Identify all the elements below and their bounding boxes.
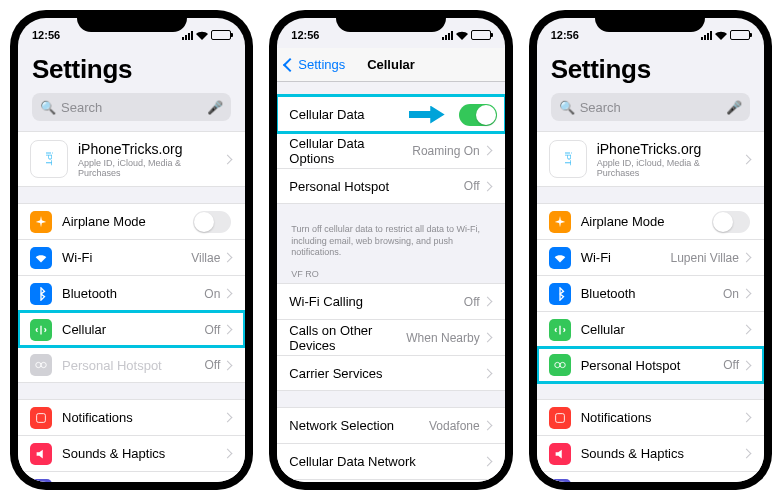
chevron-right-icon — [223, 449, 233, 459]
cellular-data-row[interactable]: Cellular Data — [277, 96, 504, 132]
airplane-row[interactable]: Airplane Mode — [18, 203, 245, 239]
cellular-row[interactable]: Cellular — [537, 311, 764, 347]
profile-sub: Apple ID, iCloud, Media & Purchases — [597, 158, 743, 178]
chevron-right-icon — [223, 289, 233, 299]
chevron-right-icon — [223, 360, 233, 370]
cellular-icon — [30, 319, 52, 341]
back-button[interactable]: Settings — [285, 57, 345, 72]
bluetooth-row[interactable]: BluetoothOn — [537, 275, 764, 311]
sounds-icon — [549, 443, 571, 465]
other-devices-row[interactable]: Calls on Other DevicesWhen Nearby — [277, 319, 504, 355]
signal-icon — [701, 31, 712, 40]
data-network-row[interactable]: Cellular Data Network — [277, 443, 504, 479]
wifi-settings-icon — [549, 247, 571, 269]
bluetooth-icon — [30, 283, 52, 305]
chevron-right-icon — [482, 146, 492, 156]
status-time: 12:56 — [551, 29, 579, 41]
wifi-row[interactable]: Wi-FiVillae — [18, 239, 245, 275]
network-selection-row[interactable]: Network SelectionVodafone — [277, 407, 504, 443]
search-input[interactable]: 🔍 Search 🎤 — [551, 93, 750, 121]
hotspot-row[interactable]: Personal HotspotOff — [537, 347, 764, 383]
phone-frame-1: 12:56 Settings 🔍 Search 🎤 iPT iPhoneTric… — [10, 10, 253, 490]
search-input[interactable]: 🔍 Search 🎤 — [32, 93, 231, 121]
search-icon: 🔍 — [559, 100, 575, 115]
status-indicators — [701, 30, 750, 40]
chevron-right-icon — [482, 368, 492, 378]
svg-point-0 — [36, 362, 41, 367]
sounds-row[interactable]: Sounds & Haptics — [537, 435, 764, 471]
screen: 12:56 Settings Cellular Cellular Data Ce… — [277, 18, 504, 482]
chevron-right-icon — [482, 457, 492, 467]
carrier-services-row[interactable]: Carrier Services — [277, 355, 504, 391]
wifi-icon — [456, 31, 468, 40]
airplane-icon — [30, 211, 52, 233]
hotspot-row[interactable]: Personal HotspotOff — [277, 168, 504, 204]
apple-id-row[interactable]: iPT iPhoneTricks.org Apple ID, iCloud, M… — [537, 131, 764, 187]
sim-pin-row[interactable]: SIM PIN — [277, 479, 504, 482]
cellular-row[interactable]: CellularOff — [18, 311, 245, 347]
chevron-right-icon — [742, 289, 752, 299]
notch — [595, 10, 705, 32]
battery-icon — [211, 30, 231, 40]
search-placeholder: Search — [61, 100, 102, 115]
status-time: 12:56 — [291, 29, 319, 41]
svg-point-1 — [41, 362, 46, 367]
nav-title: Cellular — [367, 57, 415, 72]
airplane-toggle[interactable] — [712, 211, 750, 233]
chevron-right-icon — [742, 360, 752, 370]
sounds-row[interactable]: Sounds & Haptics — [18, 435, 245, 471]
screen: 12:56 Settings 🔍 Search 🎤 iPT iPhoneTric… — [18, 18, 245, 482]
airplane-icon — [549, 211, 571, 233]
chevron-right-icon — [223, 413, 233, 423]
notifications-icon — [549, 407, 571, 429]
chevron-right-icon — [742, 449, 752, 459]
status-indicators — [182, 30, 231, 40]
notch — [336, 10, 446, 32]
svg-rect-6 — [555, 413, 564, 422]
chevron-right-icon — [482, 421, 492, 431]
notifications-row[interactable]: Notifications — [18, 399, 245, 435]
sounds-icon — [30, 443, 52, 465]
cellular-data-toggle[interactable] — [459, 104, 497, 126]
cellular-options-row[interactable]: Cellular Data OptionsRoaming On — [277, 132, 504, 168]
signal-icon — [442, 31, 453, 40]
profile-name: iPhoneTricks.org — [597, 141, 743, 157]
apple-id-row[interactable]: iPT iPhoneTricks.org Apple ID, iCloud, M… — [18, 131, 245, 187]
profile-name: iPhoneTricks.org — [78, 141, 224, 157]
chevron-left-icon — [283, 57, 297, 71]
wifi-calling-row[interactable]: Wi-Fi CallingOff — [277, 283, 504, 319]
hotspot-icon — [30, 354, 52, 376]
status-indicators — [442, 30, 491, 40]
phone-frame-3: 12:56 Settings 🔍 Search 🎤 iPT iPhoneTric… — [529, 10, 772, 490]
status-time: 12:56 — [32, 29, 60, 41]
screen: 12:56 Settings 🔍 Search 🎤 iPT iPhoneTric… — [537, 18, 764, 482]
hotspot-row: Personal HotspotOff — [18, 347, 245, 383]
airplane-toggle[interactable] — [193, 211, 231, 233]
search-placeholder: Search — [580, 100, 621, 115]
page-title: Settings — [18, 48, 245, 93]
bluetooth-icon — [549, 283, 571, 305]
svg-point-4 — [554, 362, 559, 367]
notch — [77, 10, 187, 32]
search-icon: 🔍 — [40, 100, 56, 115]
dnd-icon — [549, 479, 571, 483]
svg-rect-2 — [37, 413, 46, 422]
bluetooth-row[interactable]: BluetoothOn — [18, 275, 245, 311]
chevron-right-icon — [482, 181, 492, 191]
avatar: iPT — [549, 140, 587, 178]
svg-point-5 — [560, 362, 565, 367]
battery-icon — [471, 30, 491, 40]
airplane-row[interactable]: Airplane Mode — [537, 203, 764, 239]
profile-sub: Apple ID, iCloud, Media & Purchases — [78, 158, 224, 178]
dnd-row[interactable]: Do Not Disturb — [18, 471, 245, 482]
cellular-icon — [549, 319, 571, 341]
chevron-right-icon — [223, 154, 233, 164]
wifi-row[interactable]: Wi-FiLupeni Villae — [537, 239, 764, 275]
notifications-row[interactable]: Notifications — [537, 399, 764, 435]
wifi-icon — [715, 31, 727, 40]
dnd-row[interactable]: Do Not Disturb — [537, 471, 764, 482]
chevron-right-icon — [742, 253, 752, 263]
signal-icon — [182, 31, 193, 40]
chevron-right-icon — [223, 325, 233, 335]
wifi-icon — [196, 31, 208, 40]
